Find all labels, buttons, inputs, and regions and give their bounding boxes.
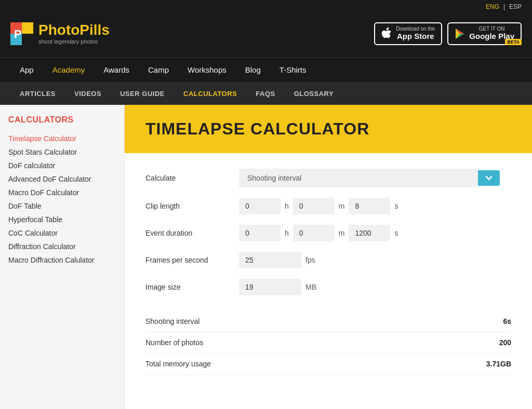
clip-length-m-input[interactable] bbox=[293, 198, 335, 214]
app-store-button[interactable]: Download on the App Store bbox=[374, 22, 442, 45]
clip-length-h-unit: h bbox=[285, 202, 289, 210]
event-duration-row: Event duration h m s bbox=[145, 225, 511, 241]
subnav-articles[interactable]: ARTICLES bbox=[10, 82, 65, 105]
subnav-user-guide[interactable]: USER GUIDE bbox=[111, 82, 174, 105]
event-duration-s-input[interactable] bbox=[349, 225, 390, 241]
chevron-down-icon bbox=[485, 175, 493, 181]
sidebar-item-spotstars[interactable]: Spot Stars Calculator bbox=[8, 145, 116, 159]
event-duration-s-unit: s bbox=[394, 229, 398, 237]
calculate-select-display: Shooting interval bbox=[239, 169, 478, 187]
image-size-inputs: MB bbox=[239, 279, 316, 295]
clip-length-h-input[interactable] bbox=[239, 198, 281, 214]
clip-length-m-unit: m bbox=[339, 202, 345, 210]
calculate-row: Calculate Shooting interval bbox=[145, 169, 511, 187]
fps-inputs: fps bbox=[239, 252, 315, 268]
event-duration-h-input[interactable] bbox=[239, 225, 281, 241]
result-shooting-interval-value: 6s bbox=[503, 317, 511, 325]
clip-length-label: Clip length bbox=[145, 202, 239, 210]
content-area: CALCULATORS Timelapse Calculator Spot St… bbox=[0, 105, 532, 409]
app-store-main: App Store bbox=[396, 32, 435, 41]
google-play-button[interactable]: GET IT ON Google Play BETA bbox=[447, 22, 522, 45]
svg-rect-3 bbox=[22, 34, 33, 45]
subnav-calculators[interactable]: CALCULATORS bbox=[174, 82, 246, 105]
result-shooting-interval: Shooting interval 6s bbox=[145, 311, 511, 332]
svg-text:P: P bbox=[14, 28, 22, 40]
result-memory-usage-label: Total memory usage bbox=[145, 360, 211, 368]
sidebar-item-macro-dof[interactable]: Macro DoF Calculator bbox=[8, 186, 116, 199]
main-content: TIMELAPSE CALCULATOR Calculate Shooting … bbox=[125, 105, 532, 409]
result-shooting-interval-label: Shooting interval bbox=[145, 317, 200, 325]
google-play-sub: GET IT ON bbox=[469, 26, 514, 32]
event-duration-inputs: h m s bbox=[239, 225, 398, 241]
sidebar-item-coc[interactable]: CoC Calculator bbox=[8, 226, 116, 240]
logo-sub: shoot legendary photos bbox=[38, 38, 110, 45]
event-duration-m-unit: m bbox=[339, 229, 345, 237]
result-memory-usage-value: 3.71GB bbox=[486, 360, 511, 368]
google-play-icon bbox=[455, 28, 465, 39]
clip-length-s-input[interactable] bbox=[349, 198, 390, 214]
logo-area: P PhotoPills shoot legendary photos bbox=[10, 22, 110, 45]
image-size-label: Image size bbox=[145, 283, 239, 291]
result-num-photos: Number of photos 200 bbox=[145, 332, 511, 353]
lang-other[interactable]: ESP bbox=[509, 3, 522, 10]
event-duration-label: Event duration bbox=[145, 229, 239, 237]
sidebar-item-dof[interactable]: DoF calculator bbox=[8, 159, 116, 172]
calculate-select-wrapper: Shooting interval bbox=[239, 169, 500, 187]
sidebar-item-diffraction[interactable]: Diffraction Calculator bbox=[8, 240, 116, 253]
nav-academy[interactable]: Academy bbox=[43, 58, 95, 83]
event-duration-m-input[interactable] bbox=[293, 225, 335, 241]
sidebar-item-macro-diffraction[interactable]: Macro Diffraction Calulator bbox=[8, 253, 116, 267]
image-size-input[interactable] bbox=[239, 279, 301, 295]
results-section: Shooting interval 6s Number of photos 20… bbox=[125, 306, 532, 380]
sidebar-item-dof-table[interactable]: DoF Table bbox=[8, 199, 116, 213]
logo-text: PhotoPills bbox=[38, 23, 110, 37]
clip-length-row: Clip length h m s bbox=[145, 198, 511, 214]
svg-rect-1 bbox=[22, 22, 33, 34]
app-store-text: Download on the App Store bbox=[396, 26, 435, 41]
subnav-glossary[interactable]: GLOSSARY bbox=[285, 82, 343, 105]
page-title-bar: TIMELAPSE CALCULATOR bbox=[125, 105, 532, 153]
lang-current[interactable]: ENG bbox=[486, 3, 499, 10]
calculator-form: Calculate Shooting interval Clip length bbox=[125, 169, 532, 295]
event-duration-h-unit: h bbox=[285, 229, 289, 237]
calculate-label: Calculate bbox=[145, 174, 239, 182]
app-store-sub: Download on the bbox=[396, 26, 435, 32]
beta-badge: BETA bbox=[505, 39, 522, 45]
top-bar: P PhotoPills shoot legendary photos Down… bbox=[0, 10, 532, 57]
primary-nav: App Academy Awards Camp Workshops Blog T… bbox=[0, 57, 532, 82]
secondary-nav: ARTICLES VIDEOS USER GUIDE CALCULATORS F… bbox=[0, 82, 532, 105]
nav-awards[interactable]: Awards bbox=[94, 58, 139, 83]
nav-tshirts[interactable]: T-Shirts bbox=[270, 58, 316, 83]
image-size-row: Image size MB bbox=[145, 279, 511, 295]
subnav-faqs[interactable]: FAQS bbox=[246, 82, 284, 105]
fps-label: Frames per second bbox=[145, 256, 239, 264]
nav-app[interactable]: App bbox=[10, 58, 43, 83]
nav-camp[interactable]: Camp bbox=[139, 58, 178, 83]
sidebar-item-timelapse[interactable]: Timelapse Calculator bbox=[8, 132, 116, 145]
logo-icon: P bbox=[10, 22, 33, 45]
sidebar-item-hyperfocal[interactable]: Hyperfocal Table bbox=[8, 213, 116, 226]
store-buttons: Download on the App Store GET IT ON Goog… bbox=[374, 22, 522, 45]
nav-workshops[interactable]: Workshops bbox=[178, 58, 236, 83]
result-memory-usage: Total memory usage 3.71GB bbox=[145, 353, 511, 375]
logo-pills: Pills bbox=[79, 22, 110, 38]
calculate-dropdown-button[interactable] bbox=[478, 170, 500, 186]
page-title: TIMELAPSE CALCULATOR bbox=[145, 119, 511, 139]
fps-input[interactable] bbox=[239, 252, 301, 268]
fps-unit: fps bbox=[305, 256, 315, 264]
lang-separator: | bbox=[503, 3, 505, 10]
logo-text-group: PhotoPills shoot legendary photos bbox=[38, 23, 110, 45]
subnav-videos[interactable]: VIDEOS bbox=[65, 82, 111, 105]
clip-length-s-unit: s bbox=[394, 202, 398, 210]
sidebar: CALCULATORS Timelapse Calculator Spot St… bbox=[0, 105, 125, 409]
fps-row: Frames per second fps bbox=[145, 252, 511, 268]
result-num-photos-value: 200 bbox=[499, 338, 511, 347]
logo-photo: Photo bbox=[38, 22, 79, 38]
result-num-photos-label: Number of photos bbox=[145, 338, 203, 347]
image-size-unit: MB bbox=[305, 283, 316, 291]
clip-length-inputs: h m s bbox=[239, 198, 398, 214]
sidebar-item-advanced-dof[interactable]: Advanced DoF Calculator bbox=[8, 172, 116, 186]
nav-blog[interactable]: Blog bbox=[236, 58, 270, 83]
apple-icon bbox=[381, 28, 392, 40]
sidebar-title: CALCULATORS bbox=[8, 115, 116, 125]
